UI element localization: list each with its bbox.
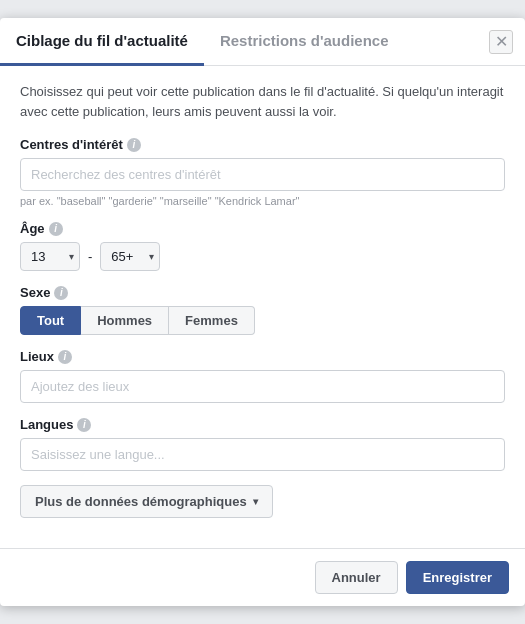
age-row: 13 18 21 25 35 45 55 65+ ▾ - 13 18 xyxy=(20,242,505,271)
interests-section: Centres d'intérêt i par ex. "baseball" "… xyxy=(20,137,505,207)
gender-info-icon[interactable]: i xyxy=(54,286,68,300)
language-section: Langues i xyxy=(20,417,505,471)
demographics-btn-label: Plus de données démographiques xyxy=(35,494,247,509)
save-button[interactable]: Enregistrer xyxy=(406,561,509,594)
gender-label: Sexe i xyxy=(20,285,505,300)
modal-container: Ciblage du fil d'actualité Restrictions … xyxy=(0,18,525,606)
tab-ciblage[interactable]: Ciblage du fil d'actualité xyxy=(0,18,204,66)
location-input[interactable] xyxy=(20,370,505,403)
gender-btn-tout[interactable]: Tout xyxy=(20,306,81,335)
gender-section: Sexe i Tout Hommes Femmes xyxy=(20,285,505,335)
location-label: Lieux i xyxy=(20,349,505,364)
interests-info-icon[interactable]: i xyxy=(127,138,141,152)
interests-hint: par ex. "baseball" "garderie" "marseille… xyxy=(20,195,505,207)
description-text: Choisissez qui peut voir cette publicati… xyxy=(20,82,505,121)
interests-input[interactable] xyxy=(20,158,505,191)
language-info-icon[interactable]: i xyxy=(77,418,91,432)
tab-restrictions[interactable]: Restrictions d'audience xyxy=(204,18,405,66)
close-button[interactable]: ✕ xyxy=(489,30,513,54)
age-separator: - xyxy=(88,249,92,264)
age-min-wrapper: 13 18 21 25 35 45 55 65+ ▾ xyxy=(20,242,80,271)
demographics-section: Plus de données démographiques ▾ xyxy=(20,485,505,518)
location-section: Lieux i xyxy=(20,349,505,403)
language-label: Langues i xyxy=(20,417,505,432)
age-label: Âge i xyxy=(20,221,505,236)
language-input[interactable] xyxy=(20,438,505,471)
age-min-select[interactable]: 13 18 21 25 35 45 55 65+ xyxy=(20,242,80,271)
gender-button-group: Tout Hommes Femmes xyxy=(20,306,505,335)
location-info-icon[interactable]: i xyxy=(58,350,72,364)
gender-btn-hommes[interactable]: Hommes xyxy=(81,306,169,335)
age-info-icon[interactable]: i xyxy=(49,222,63,236)
modal-footer: Annuler Enregistrer xyxy=(0,548,525,606)
interests-label: Centres d'intérêt i xyxy=(20,137,505,152)
age-section: Âge i 13 18 21 25 35 45 55 65+ ▾ xyxy=(20,221,505,271)
age-max-wrapper: 13 18 21 25 35 45 55 65+ ▾ xyxy=(100,242,160,271)
gender-btn-femmes[interactable]: Femmes xyxy=(169,306,255,335)
modal-header: Ciblage du fil d'actualité Restrictions … xyxy=(0,18,525,66)
modal-body: Choisissez qui peut voir cette publicati… xyxy=(0,66,525,548)
cancel-button[interactable]: Annuler xyxy=(315,561,398,594)
demographics-dropdown-button[interactable]: Plus de données démographiques ▾ xyxy=(20,485,273,518)
demographics-dropdown-arrow-icon: ▾ xyxy=(253,496,258,507)
age-max-select[interactable]: 13 18 21 25 35 45 55 65+ xyxy=(100,242,160,271)
